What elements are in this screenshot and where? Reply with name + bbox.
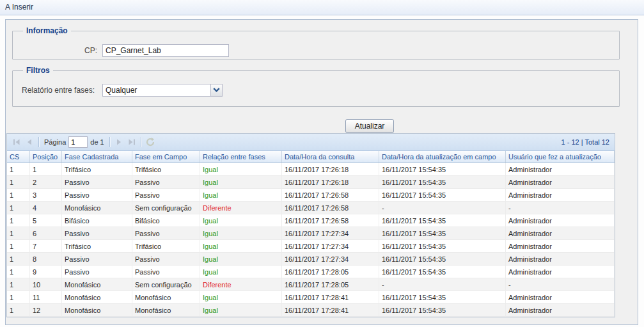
cell: Passivo: [132, 253, 200, 266]
column-header[interactable]: Fase em Campo: [132, 151, 200, 163]
first-page-button[interactable]: [10, 136, 23, 148]
cell: Monofásico: [62, 291, 132, 304]
cell: Passivo: [62, 189, 132, 202]
cell: Passivo: [62, 176, 132, 189]
results-grid: Página de 1: [6, 133, 615, 317]
cell: 16/11/2017 17:26:18: [282, 163, 379, 176]
cell: Igual: [200, 227, 282, 240]
cell: 1: [7, 176, 30, 189]
window-title-bar: A Inserir: [0, 0, 644, 15]
cell: Passivo: [62, 227, 132, 240]
cell: Igual: [200, 266, 282, 278]
relation-filter-value[interactable]: [102, 84, 211, 97]
cell: 16/11/2017 17:27:34: [282, 227, 379, 240]
table-row[interactable]: 19PassivoPassivoIgual16/11/2017 17:28:05…: [7, 266, 615, 278]
cell: Passivo: [132, 189, 200, 202]
relation-filter-label: Relatório entre fases:: [19, 86, 102, 95]
table-row[interactable]: 13PassivoPassivoIgual16/11/2017 17:26:58…: [7, 189, 615, 202]
cell: Administrador: [506, 163, 615, 176]
cell: 1: [7, 278, 30, 291]
cp-input[interactable]: [102, 44, 229, 57]
cell: Monofásico: [62, 202, 132, 214]
relation-filter-combobox[interactable]: [102, 84, 223, 97]
column-header[interactable]: Usuário que fez a atualização: [506, 151, 615, 163]
cell: Administrador: [506, 304, 615, 317]
cell: Igual: [200, 253, 282, 266]
cell: 16/11/2017 17:26:18: [282, 176, 379, 189]
page-title: A Inserir: [5, 3, 33, 12]
combo-trigger-button[interactable]: [211, 84, 223, 97]
prev-page-button[interactable]: [23, 136, 36, 148]
cell: -: [506, 202, 615, 214]
cell: 3: [30, 189, 62, 202]
cell: Igual: [200, 214, 282, 227]
cell: Sem configuração: [132, 202, 200, 214]
cell: Administrador: [506, 176, 615, 189]
cell: 1: [7, 163, 30, 176]
table-row[interactable]: 18PassivoPassivoIgual16/11/2017 17:27:34…: [7, 253, 615, 266]
cell: Administrador: [506, 291, 615, 304]
cell: Passivo: [132, 266, 200, 278]
cell: 16/11/2017 17:26:58: [282, 202, 379, 214]
cell: 16/11/2017 15:54:35: [379, 227, 506, 240]
table-row[interactable]: 111MonofásicoMonofásicoIgual16/11/2017 1…: [7, 291, 615, 304]
update-button[interactable]: Atualizar: [345, 119, 394, 133]
cell: -: [379, 278, 506, 291]
cell: 11: [30, 291, 62, 304]
table-row[interactable]: 15BifásicoBifásicoIgual16/11/2017 17:26:…: [7, 214, 615, 227]
cell: Sem configuração: [132, 278, 200, 291]
actions-row: Atualizar: [6, 119, 638, 133]
toolbar-separator: [109, 137, 110, 147]
next-page-button[interactable]: [113, 136, 125, 148]
table-row[interactable]: 11TrifásicoTrifásicoIgual16/11/2017 17:2…: [7, 163, 615, 176]
table-row[interactable]: 12PassivoPassivoIgual16/11/2017 17:26:18…: [7, 176, 615, 189]
filters-fieldset: Filtros Relatório entre fases:: [12, 66, 620, 107]
cell: 16/11/2017 17:27:34: [282, 240, 379, 253]
column-header[interactable]: Data/Hora da atualização em campo: [379, 151, 506, 163]
cell: Monofásico: [62, 304, 132, 317]
table-row[interactable]: 110MonofásicoSem configuraçãoDiferente16…: [7, 278, 615, 291]
cell: 16/11/2017 15:54:35: [379, 240, 506, 253]
cell: 7: [30, 240, 62, 253]
table-row[interactable]: 112MonofásicoMonofásicoIgual16/11/2017 1…: [7, 304, 615, 317]
column-header[interactable]: Fase Cadastrada: [62, 151, 132, 163]
cell: Administrador: [506, 253, 615, 266]
cell: 1: [7, 189, 30, 202]
page-label: Página: [44, 138, 66, 146]
cell: 16/11/2017 17:27:34: [282, 253, 379, 266]
refresh-button[interactable]: [144, 136, 157, 148]
grid-header: CSPosiçãoFase CadastradaFase em CampoRel…: [7, 151, 615, 163]
toolbar-separator: [141, 137, 141, 147]
cell: Administrador: [506, 189, 615, 202]
column-header[interactable]: Posição: [30, 151, 62, 163]
cell: Trifásico: [62, 240, 132, 253]
cell: Igual: [200, 176, 282, 189]
record-count-summary: 1 - 12 | Total 12: [562, 138, 611, 146]
cell: Administrador: [506, 214, 615, 227]
cell: 4: [30, 202, 62, 214]
column-header[interactable]: Data/Hora da consulta: [282, 151, 379, 163]
column-header[interactable]: Relação entre fases: [200, 151, 282, 163]
column-header[interactable]: CS: [7, 151, 30, 163]
toolbar-separator: [38, 137, 39, 147]
table-row[interactable]: 16PassivoPassivoIgual16/11/2017 17:27:34…: [7, 227, 615, 240]
cell: Diferente: [200, 278, 282, 291]
cell: Bifásico: [62, 214, 132, 227]
cell: 16/11/2017 17:26:58: [282, 189, 379, 202]
cell: 16/11/2017 15:54:35: [379, 291, 506, 304]
paging-toolbar: Página de 1: [7, 134, 615, 151]
cell: Monofásico: [132, 304, 200, 317]
last-page-button[interactable]: [125, 136, 138, 148]
next-page-icon: [114, 137, 124, 147]
cell: Trifásico: [132, 240, 200, 253]
cell: Administrador: [506, 240, 615, 253]
table-row[interactable]: 14MonofásicoSem configuraçãoDiferente16/…: [7, 202, 615, 214]
cell: Monofásico: [62, 278, 132, 291]
cell: Trifásico: [62, 163, 132, 176]
info-fieldset: Informação CP:: [12, 26, 620, 60]
table-row[interactable]: 17TrifásicoTrifásicoIgual16/11/2017 17:2…: [7, 240, 615, 253]
cell: -: [506, 278, 615, 291]
cell: 16/11/2017 15:54:35: [379, 163, 506, 176]
cell: 1: [30, 163, 62, 176]
page-number-input[interactable]: [68, 136, 88, 148]
